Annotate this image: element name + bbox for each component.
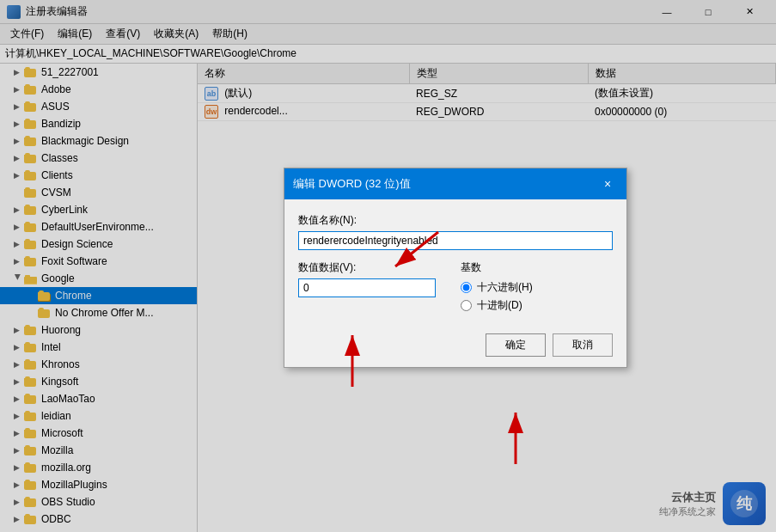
radio-dec-label: 十进制(D) bbox=[477, 298, 522, 313]
radio-dec-input[interactable] bbox=[461, 300, 472, 311]
dialog-title-bar: 编辑 DWORD (32 位)值 × bbox=[284, 168, 626, 199]
base-label: 基数 bbox=[461, 260, 613, 275]
dialog-title: 编辑 DWORD (32 位)值 bbox=[293, 176, 411, 192]
radio-hex-label: 十六进制(H) bbox=[477, 280, 533, 295]
radio-dec[interactable]: 十进制(D) bbox=[461, 298, 613, 313]
radio-hex-input[interactable] bbox=[461, 282, 472, 293]
value-box: 数值数据(V): bbox=[298, 260, 450, 297]
dialog-body: 数值名称(N): 数值数据(V): 基数 十六进制(H) 十进制(D) bbox=[284, 199, 626, 327]
dialog-close-button[interactable]: × bbox=[597, 174, 618, 194]
dialog-overlay: 编辑 DWORD (32 位)值 × 数值名称(N): 数值数据(V): 基数 … bbox=[0, 0, 776, 532]
value-base-row: 数值数据(V): 基数 十六进制(H) 十进制(D) bbox=[298, 260, 613, 316]
dialog-buttons: 确定 取消 bbox=[284, 327, 626, 367]
name-input[interactable] bbox=[298, 231, 613, 250]
value-label: 数值数据(V): bbox=[298, 260, 450, 275]
confirm-button[interactable]: 确定 bbox=[486, 333, 546, 357]
value-input[interactable] bbox=[298, 278, 436, 297]
cancel-button[interactable]: 取消 bbox=[553, 333, 613, 357]
radio-hex[interactable]: 十六进制(H) bbox=[461, 280, 613, 295]
base-box: 基数 十六进制(H) 十进制(D) bbox=[461, 260, 613, 316]
name-label: 数值名称(N): bbox=[298, 213, 613, 228]
edit-dword-dialog: 编辑 DWORD (32 位)值 × 数值名称(N): 数值数据(V): 基数 … bbox=[284, 168, 627, 368]
